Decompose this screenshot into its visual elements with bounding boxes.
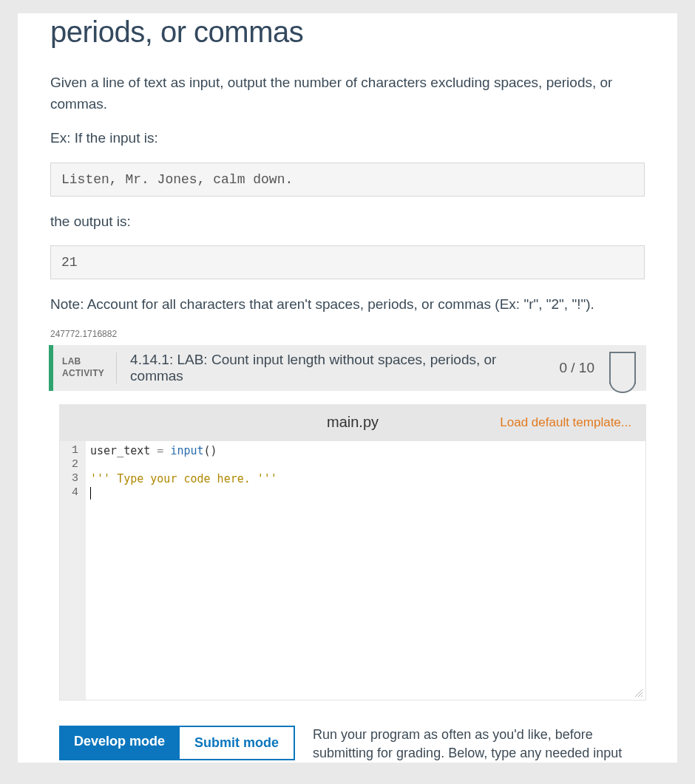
mode-description: Run your program as often as you'd like,… [313,726,646,763]
line-number: 4 [72,486,78,500]
lab-activity-label: LABACTIVITY [62,356,104,379]
lab-header: LABACTIVITY 4.14.1: LAB: Count input len… [49,345,646,391]
svg-line-2 [641,695,643,697]
editor-filename: main.py [327,414,379,431]
example-output-box: 21 [50,245,645,279]
shield-icon [609,352,636,384]
line-number: 3 [72,472,78,486]
code-editor-wrap: main.py Load default template... 1 2 3 4… [59,404,646,701]
reference-id: 247772.1716882 [50,329,645,339]
lab-activity-panel: LABACTIVITY 4.14.1: LAB: Count input len… [49,345,646,763]
assignment-title: periods, or commas [50,13,645,50]
text-cursor [90,487,91,500]
submit-mode-tab[interactable]: Submit mode [180,726,295,760]
line-number: 1 [72,444,78,458]
code-editor[interactable]: 1 2 3 4 user_text = input() ''' Type you… [59,441,646,701]
mode-row: Develop mode Submit mode Run your progra… [59,726,646,763]
resize-grip-icon[interactable] [634,688,643,697]
code-line[interactable] [90,458,640,472]
line-number: 2 [72,458,78,472]
code-line[interactable]: user_text = input() [90,444,640,458]
develop-mode-tab[interactable]: Develop mode [59,726,180,760]
problem-note: Note: Account for all characters that ar… [50,294,645,316]
code-area[interactable]: user_text = input() ''' Type your code h… [86,441,645,700]
example-input-box: Listen, Mr. Jones, calm down. [50,163,645,197]
mode-tabs: Develop mode Submit mode [59,726,295,760]
lab-score: 0 / 10 [549,345,605,391]
load-default-template-link[interactable]: Load default template... [500,415,631,430]
code-line[interactable] [90,486,640,500]
line-number-gutter: 1 2 3 4 [60,441,86,700]
code-line[interactable]: ''' Type your code here. ''' [90,472,640,486]
problem-intro: Given a line of text as input, output th… [50,72,645,115]
lab-title: 4.14.1: LAB: Count input length without … [117,345,549,391]
output-label: the output is: [50,211,645,233]
example-prompt-label: Ex: If the input is: [50,128,645,149]
editor-titlebar: main.py Load default template... [59,404,646,441]
